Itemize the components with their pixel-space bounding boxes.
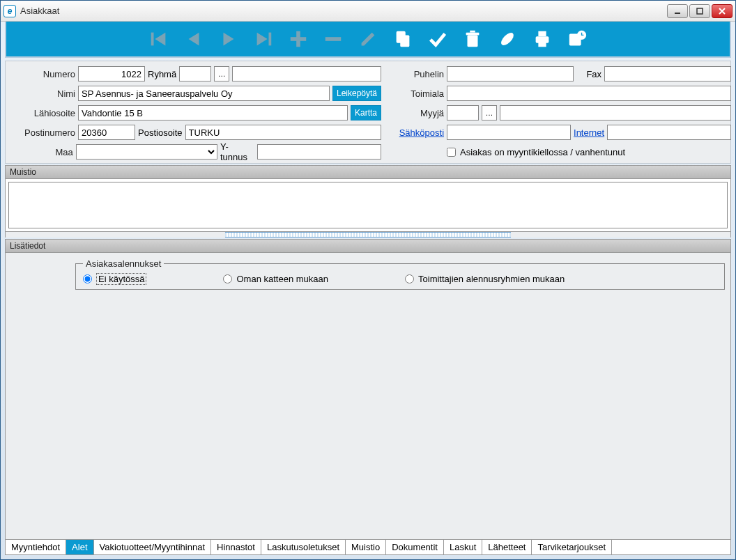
lisatiedot-header: Lisätiedot <box>5 239 731 253</box>
svg-rect-16 <box>470 31 475 33</box>
muistio-textarea[interactable] <box>8 182 728 228</box>
fax-label: Fax <box>576 69 601 79</box>
tab-tarviketarjoukset[interactable]: Tarviketarjoukset <box>532 540 612 554</box>
edit-button[interactable] <box>357 28 379 50</box>
numero-label: Numero <box>8 69 75 79</box>
sahkoposti-input[interactable] <box>447 125 571 140</box>
tab-laskut[interactable]: Laskut <box>444 540 482 554</box>
discount-none-label: Ei käytössä <box>96 273 146 285</box>
svg-rect-9 <box>291 37 307 41</box>
print-button[interactable] <box>531 28 553 50</box>
confirm-button[interactable] <box>427 28 449 50</box>
add-button[interactable] <box>287 28 309 50</box>
puhelin-input[interactable] <box>447 66 574 81</box>
fax-input[interactable] <box>604 66 731 81</box>
myyja-input[interactable] <box>447 105 479 120</box>
svg-point-17 <box>499 31 516 47</box>
puhelin-label: Puhelin <box>395 69 444 79</box>
app-icon: e <box>3 5 16 17</box>
toimiala-label: Toimiala <box>395 88 444 99</box>
tab-alet[interactable]: Alet <box>66 540 93 554</box>
discount-own-radio[interactable]: Oman katteen mukaan <box>223 274 328 284</box>
splitter-handle[interactable] <box>225 232 511 238</box>
svg-marker-5 <box>224 33 234 46</box>
titlebar: e Asiakkaat <box>1 1 735 22</box>
prev-record-button[interactable] <box>183 28 205 50</box>
svg-rect-2 <box>151 33 154 46</box>
myyntikielto-checkbox-input[interactable] <box>447 148 456 157</box>
postiosoite-label: Postiosoite <box>138 127 183 138</box>
tab-laskutusoletukset[interactable]: Laskutusoletukset <box>261 540 346 554</box>
maa-label: Maa <box>8 147 73 157</box>
kartta-button[interactable]: Kartta <box>351 105 381 120</box>
discount-none-radio[interactable]: Ei käytössä <box>83 273 146 285</box>
svg-rect-19 <box>538 31 546 37</box>
muistio-header: Muistio <box>5 165 731 179</box>
asiakasalennukset-group: Asiakasalennukset Ei käytössä Oman katte… <box>75 258 725 290</box>
numero-input[interactable] <box>78 66 145 81</box>
svg-marker-3 <box>155 33 165 46</box>
tab-myyntiehdot[interactable]: Myyntiehdot <box>6 540 66 554</box>
svg-rect-15 <box>466 33 480 36</box>
last-record-button[interactable] <box>252 28 275 50</box>
svg-rect-14 <box>468 35 478 47</box>
svg-rect-0 <box>675 13 680 14</box>
myyntikielto-checkbox[interactable]: Asiakas on myyntikiellossa / vanhentunut <box>447 147 625 157</box>
svg-marker-6 <box>257 33 268 46</box>
discount-supplier-radio[interactable]: Toimittajien alennusryhmien mukaan <box>405 274 565 284</box>
svg-rect-13 <box>400 35 409 47</box>
lahiosoite-label: Lähiosoite <box>8 108 75 118</box>
myyja-label: Myyjä <box>395 108 444 118</box>
ryhma-input[interactable] <box>179 66 211 81</box>
remove-button[interactable] <box>322 28 344 50</box>
tab-muistio[interactable]: Muistio <box>346 540 386 554</box>
nimi-label: Nimi <box>8 88 75 99</box>
myyja-desc-input[interactable] <box>500 105 731 120</box>
svg-rect-10 <box>325 37 342 41</box>
tab-vakiotuotteet-myyntihinnat[interactable]: Vakiotuotteet/Myyntihinnat <box>94 540 212 554</box>
ytunnus-input[interactable] <box>257 144 381 160</box>
maa-select[interactable] <box>76 144 217 160</box>
discount-supplier-label: Toimittajien alennusryhmien mukaan <box>418 274 565 284</box>
myyntikielto-label: Asiakas on myyntikiellossa / vanhentunut <box>460 147 625 157</box>
postiosoite-input[interactable] <box>185 125 381 140</box>
minimize-button[interactable] <box>667 4 688 18</box>
asiakasalennukset-legend: Asiakasalennukset <box>83 258 164 269</box>
tab-dokumentit[interactable]: Dokumentit <box>386 540 444 554</box>
svg-marker-4 <box>189 33 199 46</box>
svg-marker-11 <box>362 33 375 46</box>
svg-rect-20 <box>538 42 546 47</box>
customer-form: Numero Ryhmä … Nimi Leikepöytä Lähiosoit… <box>5 61 731 164</box>
toolbar <box>5 22 731 58</box>
delete-button[interactable] <box>461 28 484 50</box>
lahiosoite-input[interactable] <box>78 105 348 120</box>
detail-tabs: MyyntiehdotAletVakiotuotteet/Myyntihinna… <box>5 540 731 555</box>
ryhma-label: Ryhmä <box>148 69 176 79</box>
tab-hinnastot[interactable]: Hinnastot <box>211 540 261 554</box>
svg-rect-7 <box>269 33 272 46</box>
close-button[interactable] <box>712 4 733 18</box>
maximize-button[interactable] <box>689 4 710 18</box>
sahkoposti-link[interactable]: Sähköposti <box>395 127 444 138</box>
first-record-button[interactable] <box>148 28 170 50</box>
ryhma-desc-input[interactable] <box>232 66 381 81</box>
copy-button[interactable] <box>392 28 414 50</box>
myyja-lookup-button[interactable]: … <box>482 105 497 120</box>
window-title: Asiakkaat <box>20 6 59 16</box>
next-record-button[interactable] <box>217 28 240 50</box>
discount-own-label: Oman katteen mukaan <box>236 274 328 284</box>
ryhma-lookup-button[interactable]: … <box>214 66 229 81</box>
nimi-input[interactable] <box>78 86 330 101</box>
toimiala-input[interactable] <box>447 86 731 101</box>
schedule-button[interactable] <box>566 28 588 50</box>
ytunnus-label: Y-tunnus <box>220 141 254 162</box>
postinumero-label: Postinumero <box>8 127 75 138</box>
internet-input[interactable] <box>607 125 731 140</box>
tab-l-hetteet[interactable]: Lähetteet <box>482 540 532 554</box>
leikepoyta-button[interactable]: Leikepöytä <box>332 86 381 101</box>
postinumero-input[interactable] <box>78 125 135 140</box>
attach-button[interactable] <box>496 28 519 50</box>
lisatiedot-panel: Asiakasalennukset Ei käytössä Oman katte… <box>5 253 731 540</box>
svg-rect-1 <box>697 8 703 14</box>
internet-link[interactable]: Internet <box>574 127 604 138</box>
